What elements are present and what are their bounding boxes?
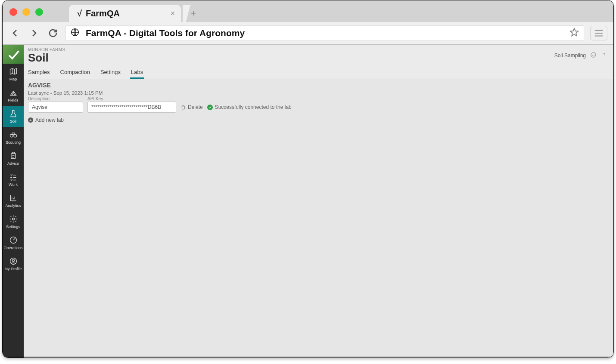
- clipboard-icon: [9, 151, 18, 160]
- svg-point-8: [591, 52, 596, 57]
- page-title: Soil: [28, 51, 609, 65]
- profile-icon: [9, 257, 18, 265]
- sidebar-item-work[interactable]: Work: [3, 169, 24, 190]
- sidebar-item-soil[interactable]: Soil: [3, 106, 24, 127]
- browser-tab-strip: √ FarmQA × +: [3, 0, 613, 22]
- tab-favicon-icon: √: [77, 9, 81, 19]
- sidebar: Map Fields Soil Scouting Advice Work: [3, 45, 24, 358]
- svg-point-7: [12, 259, 14, 262]
- url-bar[interactable]: FarmQA - Digital Tools for Agronomy: [65, 25, 584, 41]
- help-icon[interactable]: [601, 52, 607, 59]
- plus-circle-icon: +: [28, 117, 33, 123]
- sidebar-item-label: Analytics: [5, 204, 21, 208]
- sidebar-item-label: Settings: [6, 225, 20, 229]
- globe-icon: [70, 28, 80, 39]
- delete-label: Delete: [188, 104, 203, 110]
- chart-icon: [9, 194, 18, 202]
- back-button[interactable]: [9, 27, 22, 40]
- tab-title: FarmQA: [86, 9, 120, 19]
- subtabs: Samples Compaction Settings Labs: [28, 67, 609, 79]
- apikey-input[interactable]: [87, 102, 176, 113]
- delete-lab-button[interactable]: Delete: [180, 102, 203, 113]
- smiley-icon[interactable]: [590, 52, 597, 59]
- sidebar-item-analytics[interactable]: Analytics: [3, 190, 24, 211]
- gauge-icon: [9, 236, 18, 244]
- reload-button[interactable]: [47, 27, 59, 40]
- trash-icon: [180, 105, 186, 110]
- url-text: FarmQA - Digital Tools for Agronomy: [86, 28, 245, 38]
- window-maximize-button[interactable]: [35, 8, 43, 16]
- sidebar-item-label: Map: [9, 77, 17, 81]
- apikey-label: API Key: [87, 96, 176, 101]
- window-close-button[interactable]: [9, 8, 17, 16]
- success-check-icon: [207, 105, 213, 110]
- sidebar-item-label: Scouting: [6, 140, 21, 145]
- status-text: Successfully connected to the lab: [215, 104, 292, 110]
- labs-content: AGVISE Last sync - Sep 15, 2023 1:15 PM …: [24, 79, 613, 126]
- browser-toolbar: FarmQA - Digital Tools for Agronomy: [3, 22, 613, 45]
- gear-icon: [9, 215, 18, 223]
- sidebar-item-label: Soil: [10, 119, 16, 123]
- sidebar-item-scouting[interactable]: Scouting: [3, 127, 24, 148]
- forward-button[interactable]: [28, 27, 40, 40]
- checklist-icon: [9, 173, 18, 181]
- lab-name: AGVISE: [28, 82, 609, 89]
- bottom-shadow: [3, 356, 613, 358]
- sidebar-item-fields[interactable]: Fields: [3, 85, 24, 106]
- window-controls: [9, 8, 43, 16]
- binoculars-icon: [9, 130, 18, 139]
- main-content: MUNSON FARMS Soil Soil Sampling Samples …: [24, 45, 613, 358]
- window-minimize-button[interactable]: [22, 8, 30, 16]
- tab-labs[interactable]: Labs: [131, 67, 143, 79]
- tab-settings[interactable]: Settings: [100, 67, 121, 79]
- tab-compaction[interactable]: Compaction: [60, 67, 90, 79]
- svg-point-4: [12, 218, 14, 220]
- description-input[interactable]: [28, 102, 83, 113]
- description-label: Description: [28, 96, 83, 101]
- page-header: MUNSON FARMS Soil Soil Sampling Samples …: [24, 45, 613, 79]
- sidebar-item-profile[interactable]: My Profile: [3, 253, 24, 275]
- sidebar-item-label: Work: [9, 182, 18, 187]
- sidebar-item-label: Fields: [8, 98, 18, 102]
- app-area: Map Fields Soil Scouting Advice Work: [3, 45, 613, 358]
- add-new-lab-button[interactable]: + Add new lab: [28, 117, 609, 123]
- connection-status: Successfully connected to the lab: [207, 102, 292, 113]
- last-sync: Last sync - Sep 15, 2023 1:15 PM: [28, 90, 609, 96]
- sidebar-item-label: Operations: [3, 246, 22, 250]
- bookmark-star-icon[interactable]: [569, 27, 579, 39]
- sidebar-item-label: Advice: [7, 161, 19, 166]
- app-logo[interactable]: [3, 45, 24, 64]
- sidebar-item-advice[interactable]: Advice: [3, 148, 24, 169]
- browser-tab[interactable]: √ FarmQA ×: [69, 5, 181, 22]
- sidebar-item-map[interactable]: Map: [3, 64, 24, 85]
- tab-close-icon[interactable]: ×: [170, 9, 175, 18]
- new-tab-button[interactable]: +: [183, 5, 204, 22]
- add-new-lab-label: Add new lab: [35, 117, 64, 123]
- header-right-label: Soil Sampling: [554, 52, 586, 59]
- sidebar-item-settings[interactable]: Settings: [3, 211, 24, 232]
- sidebar-item-operations[interactable]: Operations: [3, 232, 24, 253]
- map-icon: [9, 67, 18, 76]
- flask-icon: [9, 109, 18, 118]
- sidebar-item-label: My Profile: [4, 267, 22, 271]
- browser-menu-button[interactable]: [590, 26, 607, 40]
- tab-samples[interactable]: Samples: [28, 67, 50, 79]
- fields-icon: [9, 88, 18, 97]
